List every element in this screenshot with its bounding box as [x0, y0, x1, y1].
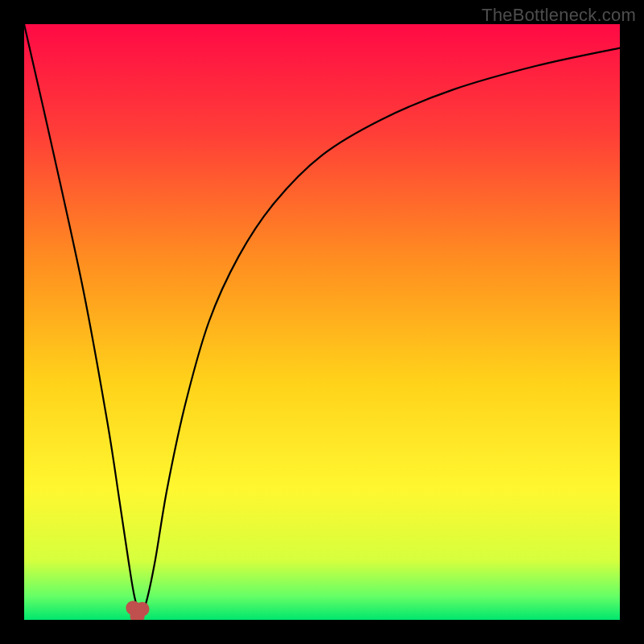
- bottleneck-curve: [24, 24, 620, 614]
- dip-marker-right: [135, 602, 150, 617]
- dip-markers: [126, 601, 149, 620]
- watermark-text: TheBottleneck.com: [481, 5, 636, 26]
- chart-plot-area: [24, 24, 620, 620]
- chart-svg: [24, 24, 620, 620]
- chart-frame: TheBottleneck.com: [0, 0, 644, 644]
